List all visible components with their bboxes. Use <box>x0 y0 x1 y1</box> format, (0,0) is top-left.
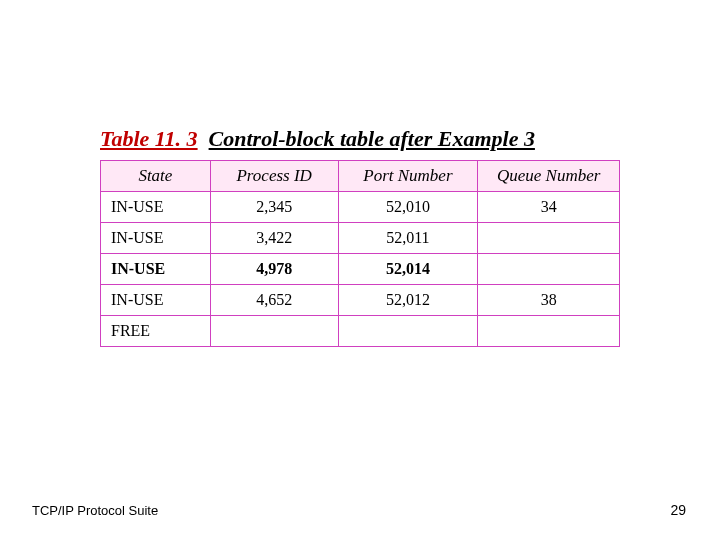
table-caption: Table 11. 3 Control-block table after Ex… <box>100 126 535 152</box>
cell-qn <box>478 316 620 347</box>
cell-pid: 3,422 <box>210 223 338 254</box>
cell-state: IN-USE <box>101 285 211 316</box>
table-row: IN-USE 3,422 52,011 <box>101 223 620 254</box>
table-row: IN-USE 4,652 52,012 38 <box>101 285 620 316</box>
table-row: IN-USE 4,978 52,014 <box>101 254 620 285</box>
table-number: Table 11. 3 <box>100 126 198 151</box>
col-header-process-id: Process ID <box>210 161 338 192</box>
table-row: IN-USE 2,345 52,010 34 <box>101 192 620 223</box>
col-header-queue-number: Queue Number <box>478 161 620 192</box>
table-header-row: State Process ID Port Number Queue Numbe… <box>101 161 620 192</box>
control-block-table: State Process ID Port Number Queue Numbe… <box>100 160 620 347</box>
cell-port: 52,010 <box>338 192 478 223</box>
cell-port: 52,014 <box>338 254 478 285</box>
cell-port: 52,011 <box>338 223 478 254</box>
cell-state: IN-USE <box>101 254 211 285</box>
cell-state: IN-USE <box>101 223 211 254</box>
table-row: FREE <box>101 316 620 347</box>
cell-qn: 38 <box>478 285 620 316</box>
footer-source: TCP/IP Protocol Suite <box>32 503 158 518</box>
page-number: 29 <box>670 502 686 518</box>
cell-pid: 2,345 <box>210 192 338 223</box>
cell-qn: 34 <box>478 192 620 223</box>
table-title: Control-block table after Example 3 <box>209 126 535 151</box>
cell-qn <box>478 223 620 254</box>
col-header-state: State <box>101 161 211 192</box>
cell-pid: 4,652 <box>210 285 338 316</box>
col-header-port-number: Port Number <box>338 161 478 192</box>
cell-qn <box>478 254 620 285</box>
cell-state: IN-USE <box>101 192 211 223</box>
cell-port <box>338 316 478 347</box>
cell-pid: 4,978 <box>210 254 338 285</box>
cell-state: FREE <box>101 316 211 347</box>
cell-pid <box>210 316 338 347</box>
cell-port: 52,012 <box>338 285 478 316</box>
